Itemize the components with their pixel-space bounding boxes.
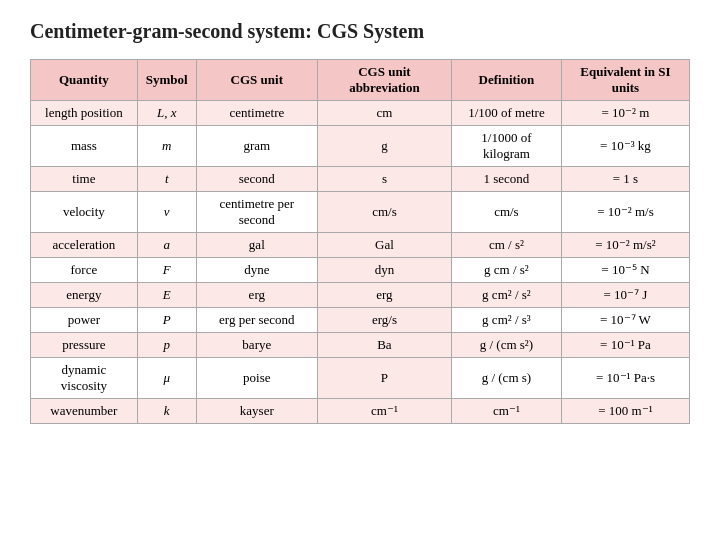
header-definition: Definition (451, 60, 561, 101)
table-row: forceFdynedyng cm / s²= 10⁻⁵ N (31, 258, 690, 283)
cell-definition: 1/100 of metre (451, 101, 561, 126)
table-row: velocityvcentimetre per secondcm/scm/s= … (31, 192, 690, 233)
cell-definition: 1 second (451, 167, 561, 192)
cell-quantity: energy (31, 283, 138, 308)
header-symbol: Symbol (137, 60, 196, 101)
cell-si-equiv: = 10⁻⁵ N (561, 258, 689, 283)
page-title: Centimeter-gram-second system: CGS Syste… (30, 20, 690, 43)
cell-si-equiv: = 1 s (561, 167, 689, 192)
cell-symbol: m (137, 126, 196, 167)
cell-si-equiv: = 10⁻¹ Pa (561, 333, 689, 358)
cell-abbreviation: Gal (317, 233, 451, 258)
cell-cgs-unit: second (196, 167, 317, 192)
header-cgs-abbrev: CGS unit abbreviation (317, 60, 451, 101)
cell-cgs-unit: gal (196, 233, 317, 258)
cell-symbol: μ (137, 358, 196, 399)
table-row: energyEergergg cm² / s²= 10⁻⁷ J (31, 283, 690, 308)
cell-si-equiv: = 100 m⁻¹ (561, 399, 689, 424)
cell-si-equiv: = 10⁻¹ Pa·s (561, 358, 689, 399)
cgs-table: Quantity Symbol CGS unit CGS unit abbrev… (30, 59, 690, 424)
cell-symbol: v (137, 192, 196, 233)
cell-si-equiv: = 10⁻² m (561, 101, 689, 126)
table-row: accelerationagalGalcm / s²= 10⁻² m/s² (31, 233, 690, 258)
cell-definition: cm / s² (451, 233, 561, 258)
cell-abbreviation: erg/s (317, 308, 451, 333)
cell-definition: g / (cm s²) (451, 333, 561, 358)
cell-cgs-unit: centimetre (196, 101, 317, 126)
cell-definition: g cm² / s³ (451, 308, 561, 333)
cell-symbol: p (137, 333, 196, 358)
cell-quantity: acceleration (31, 233, 138, 258)
table-row: powerPerg per seconderg/sg cm² / s³= 10⁻… (31, 308, 690, 333)
cell-si-equiv: = 10⁻² m/s (561, 192, 689, 233)
cell-definition: g / (cm s) (451, 358, 561, 399)
cell-abbreviation: cm⁻¹ (317, 399, 451, 424)
cell-quantity: length position (31, 101, 138, 126)
cell-symbol: t (137, 167, 196, 192)
cell-cgs-unit: dyne (196, 258, 317, 283)
cell-definition: g cm / s² (451, 258, 561, 283)
cell-abbreviation: Ba (317, 333, 451, 358)
cell-cgs-unit: erg per second (196, 308, 317, 333)
cell-quantity: mass (31, 126, 138, 167)
cell-cgs-unit: kayser (196, 399, 317, 424)
cell-symbol: k (137, 399, 196, 424)
cell-symbol: a (137, 233, 196, 258)
cell-quantity: power (31, 308, 138, 333)
cell-symbol: P (137, 308, 196, 333)
header-quantity: Quantity (31, 60, 138, 101)
cell-abbreviation: g (317, 126, 451, 167)
cell-quantity: pressure (31, 333, 138, 358)
header-cgs-unit: CGS unit (196, 60, 317, 101)
cell-si-equiv: = 10⁻² m/s² (561, 233, 689, 258)
table-row: length positionL, xcentimetrecm1/100 of … (31, 101, 690, 126)
cell-si-equiv: = 10⁻³ kg (561, 126, 689, 167)
cell-si-equiv: = 10⁻⁷ W (561, 308, 689, 333)
cell-abbreviation: cm/s (317, 192, 451, 233)
header-si-equiv: Equivalent in SI units (561, 60, 689, 101)
table-row: massmgramg1/1000 of kilogram= 10⁻³ kg (31, 126, 690, 167)
cell-cgs-unit: gram (196, 126, 317, 167)
table-row: timetseconds1 second= 1 s (31, 167, 690, 192)
cell-cgs-unit: erg (196, 283, 317, 308)
cell-symbol: L, x (137, 101, 196, 126)
cell-definition: cm⁻¹ (451, 399, 561, 424)
cell-si-equiv: = 10⁻⁷ J (561, 283, 689, 308)
cell-abbreviation: erg (317, 283, 451, 308)
cell-abbreviation: dyn (317, 258, 451, 283)
table-row: wavenumberkkaysercm⁻¹cm⁻¹= 100 m⁻¹ (31, 399, 690, 424)
cell-abbreviation: cm (317, 101, 451, 126)
cell-abbreviation: P (317, 358, 451, 399)
cell-quantity: velocity (31, 192, 138, 233)
cell-symbol: F (137, 258, 196, 283)
cell-definition: 1/1000 of kilogram (451, 126, 561, 167)
cell-quantity: time (31, 167, 138, 192)
cell-definition: cm/s (451, 192, 561, 233)
table-row: dynamic viscosityμpoisePg / (cm s)= 10⁻¹… (31, 358, 690, 399)
cell-quantity: wavenumber (31, 399, 138, 424)
cell-cgs-unit: barye (196, 333, 317, 358)
table-row: pressurepbaryeBag / (cm s²)= 10⁻¹ Pa (31, 333, 690, 358)
cell-symbol: E (137, 283, 196, 308)
cell-cgs-unit: centimetre per second (196, 192, 317, 233)
cell-quantity: dynamic viscosity (31, 358, 138, 399)
cell-quantity: force (31, 258, 138, 283)
cell-cgs-unit: poise (196, 358, 317, 399)
cell-definition: g cm² / s² (451, 283, 561, 308)
cell-abbreviation: s (317, 167, 451, 192)
